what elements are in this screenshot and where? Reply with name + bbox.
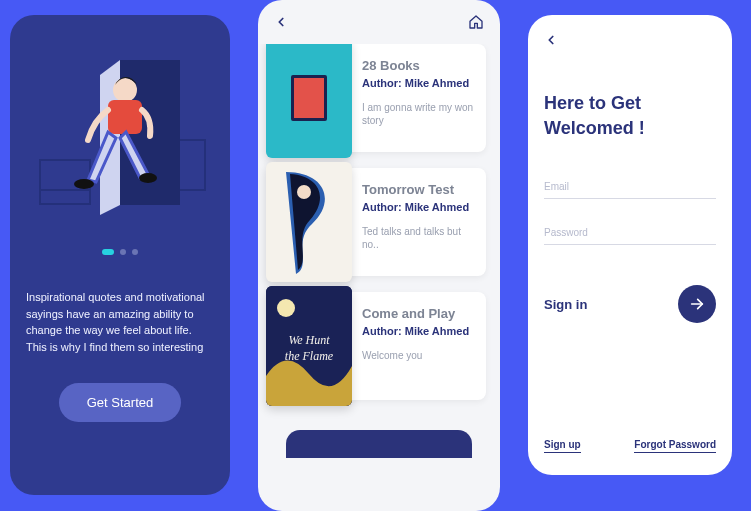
dot: [132, 249, 138, 255]
library-screen: 28 Books Author: Mike Ahmed I am gonna w…: [258, 0, 500, 511]
book-title: Tomorrow Test: [362, 182, 478, 197]
book-description: Ted talks and talks but no..: [362, 225, 478, 251]
dot-active: [102, 249, 114, 255]
book-author: Author: Mike Ahmed: [362, 325, 478, 337]
onboarding-description: Inspirational quotes and motivational sa…: [26, 289, 214, 355]
svg-text:the Flame: the Flame: [285, 349, 334, 363]
book-card[interactable]: 28 Books Author: Mike Ahmed I am gonna w…: [272, 44, 486, 152]
book-title: Come and Play: [362, 306, 478, 321]
book-card[interactable]: We Hunt the Flame Come and Play Author: …: [272, 292, 486, 400]
auth-bottom-links: Sign up Forgot Password: [544, 439, 716, 453]
svg-text:We Hunt: We Hunt: [288, 333, 330, 347]
book-cover: [266, 44, 352, 158]
svg-point-7: [74, 179, 94, 189]
onboarding-screen: Inspirational quotes and motivational sa…: [10, 15, 230, 495]
book-list: 28 Books Author: Mike Ahmed I am gonna w…: [258, 44, 500, 511]
signup-link[interactable]: Sign up: [544, 439, 581, 453]
page-indicator: [102, 249, 138, 255]
back-icon[interactable]: [544, 33, 716, 51]
library-header: [258, 0, 500, 44]
book-card[interactable]: Tomorrow Test Author: Mike Ahmed Ted tal…: [272, 168, 486, 276]
person-door-illustration: [30, 40, 210, 220]
book-author: Author: Mike Ahmed: [362, 77, 478, 89]
svg-point-11: [277, 299, 295, 317]
svg-point-5: [113, 78, 137, 102]
book-info: 28 Books Author: Mike Ahmed I am gonna w…: [362, 44, 486, 152]
signin-row: Sign in: [544, 285, 716, 323]
signin-label: Sign in: [544, 297, 587, 312]
password-field[interactable]: [544, 221, 716, 245]
svg-point-8: [139, 173, 157, 183]
svg-rect-6: [108, 100, 142, 134]
svg-rect-1: [40, 190, 90, 204]
onboarding-illustration: [26, 15, 214, 245]
book-title: 28 Books: [362, 58, 478, 73]
book-info: Tomorrow Test Author: Mike Ahmed Ted tal…: [362, 168, 486, 276]
bottom-bar[interactable]: [286, 430, 472, 458]
auth-title-line1: Here to Get: [544, 93, 641, 113]
auth-screen: Here to Get Welcomed ! Sign in Sign up F…: [528, 15, 732, 475]
email-field[interactable]: [544, 175, 716, 199]
back-icon[interactable]: [274, 15, 288, 33]
svg-point-9: [297, 185, 311, 199]
auth-title: Here to Get Welcomed !: [544, 91, 716, 141]
home-icon[interactable]: [468, 14, 484, 34]
signin-button[interactable]: [678, 285, 716, 323]
auth-title-line2: Welcomed !: [544, 118, 645, 138]
book-info: Come and Play Author: Mike Ahmed Welcome…: [362, 292, 486, 400]
book-cover: We Hunt the Flame: [266, 286, 352, 406]
book-author: Author: Mike Ahmed: [362, 201, 478, 213]
get-started-button[interactable]: Get Started: [59, 383, 181, 422]
forgot-password-link[interactable]: Forgot Password: [634, 439, 716, 453]
book-cover: [266, 162, 352, 282]
dot: [120, 249, 126, 255]
book-description: I am gonna write my won story: [362, 101, 478, 127]
arrow-right-icon: [689, 296, 705, 312]
book-description: Welcome you: [362, 349, 478, 362]
